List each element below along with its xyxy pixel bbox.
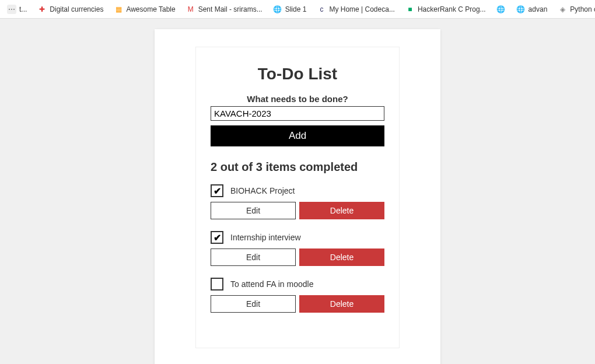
todo-label: Internship interview: [230, 233, 301, 242]
bookmark-favicon-icon: ▦: [114, 5, 123, 14]
bookmark-item[interactable]: ⋯t...: [4, 2, 30, 16]
edit-button[interactable]: Edit: [211, 249, 296, 266]
bookmark-favicon-icon: M: [186, 5, 195, 14]
todo-actions: EditDelete: [211, 295, 384, 313]
bookmark-label: advan: [528, 5, 548, 13]
bookmark-label: Slide 1: [285, 5, 307, 13]
bookmark-label: Python object seria: [570, 5, 595, 13]
todo-item: BIOHACK ProjectEditDelete: [211, 184, 384, 219]
todo-row: Internship interview: [211, 231, 384, 244]
todo-checkbox[interactable]: [211, 278, 223, 290]
edit-button[interactable]: Edit: [211, 202, 296, 219]
bookmark-favicon-icon: ⋯: [7, 5, 16, 14]
delete-button[interactable]: Delete: [299, 295, 384, 313]
bookmark-item[interactable]: cMy Home | Codeca...: [313, 2, 398, 16]
todo-label: BIOHACK Project: [230, 186, 295, 195]
bookmark-item[interactable]: ■HackerRank C Prog...: [402, 2, 489, 16]
delete-button[interactable]: Delete: [299, 249, 384, 266]
page-background: To-Do List What needs to be done? Add 2 …: [0, 19, 595, 364]
bookmark-favicon-icon: ✚: [37, 5, 47, 14]
todo-list: BIOHACK ProjectEditDeleteInternship inte…: [211, 184, 384, 313]
bookmark-item[interactable]: 🌐: [493, 2, 509, 16]
bookmark-favicon-icon: ◈: [558, 5, 567, 14]
page-title: To-Do List: [211, 65, 384, 83]
page-card: To-Do List What needs to be done? Add 2 …: [155, 29, 440, 364]
todo-row: BIOHACK Project: [211, 184, 384, 197]
bookmark-label: Sent Mail - srirams...: [198, 5, 262, 13]
todo-row: To attend FA in moodle: [211, 278, 384, 290]
bookmark-label: Digital currencies: [50, 5, 103, 13]
bookmark-favicon-icon: 🌐: [516, 5, 526, 14]
bookmark-item[interactable]: 🌐advan: [513, 2, 551, 16]
bookmark-item[interactable]: 🌐Slide 1: [270, 2, 310, 16]
bookmark-label: Awesome Table: [126, 5, 175, 13]
bookmark-favicon-icon: c: [317, 5, 326, 14]
add-button[interactable]: Add: [211, 125, 384, 146]
todo-label: To attend FA in moodle: [230, 279, 313, 289]
todo-actions: EditDelete: [211, 249, 384, 266]
edit-button[interactable]: Edit: [211, 295, 296, 313]
bookmark-item[interactable]: MSent Mail - srirams...: [183, 2, 266, 16]
bookmark-favicon-icon: 🌐: [496, 5, 506, 14]
bookmark-label: My Home | Codeca...: [329, 5, 395, 13]
bookmark-item[interactable]: ✚Digital currencies: [34, 2, 107, 16]
input-prompt: What needs to be done?: [211, 94, 384, 104]
completion-summary: 2 out of 3 items completed: [211, 160, 384, 174]
todo-item: To attend FA in moodleEditDelete: [211, 278, 384, 313]
todo-app: To-Do List What needs to be done? Add 2 …: [195, 47, 400, 348]
todo-actions: EditDelete: [211, 202, 384, 219]
todo-item: Internship interviewEditDelete: [211, 231, 384, 266]
bookmark-label: t...: [19, 5, 27, 13]
bookmark-label: HackerRank C Prog...: [418, 5, 486, 13]
new-todo-input[interactable]: [211, 106, 384, 121]
bookmark-item[interactable]: ▦Awesome Table: [110, 2, 178, 16]
bookmark-bar: ⋯t...✚Digital currencies▦Awesome TableMS…: [0, 0, 595, 19]
todo-checkbox[interactable]: [211, 231, 223, 244]
bookmark-favicon-icon: ■: [405, 5, 415, 14]
bookmark-item[interactable]: ◈Python object seria: [554, 2, 595, 16]
bookmark-favicon-icon: 🌐: [273, 5, 282, 14]
delete-button[interactable]: Delete: [299, 202, 384, 219]
todo-checkbox[interactable]: [211, 184, 223, 197]
